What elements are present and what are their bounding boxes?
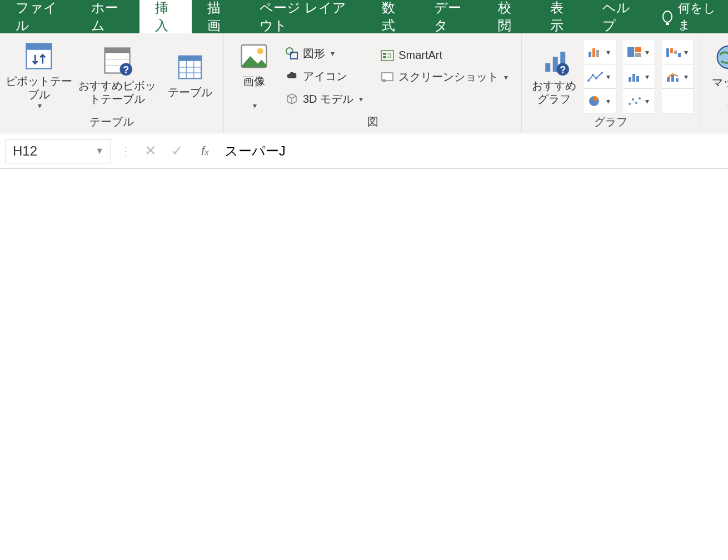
separator: ⋮ [117, 144, 134, 158]
svg-rect-34 [666, 48, 669, 57]
table-button[interactable]: テーブル [162, 50, 218, 99]
svg-rect-1 [27, 43, 52, 49]
svg-rect-18 [381, 51, 393, 61]
group-illustrations-label: 図 [224, 112, 521, 133]
tab-file[interactable]: ファイル [0, 0, 76, 33]
formula-bar: H12 ▼ ⋮ ✕ ✓ fx [0, 133, 728, 169]
svg-rect-29 [592, 48, 595, 57]
svg-rect-28 [589, 52, 591, 57]
pictures-icon [239, 41, 269, 71]
svg-point-41 [601, 72, 603, 74]
3d-models-button[interactable]: 3D モデル ▾ [282, 91, 366, 108]
icons-label: アイコン [303, 69, 347, 84]
recommended-charts-icon: ? [539, 46, 569, 76]
svg-point-51 [635, 102, 637, 104]
svg-rect-3 [105, 48, 130, 53]
group-tables-label: テーブル [0, 112, 223, 133]
svg-text:?: ? [123, 64, 129, 76]
svg-rect-44 [636, 76, 639, 82]
bulb-icon [662, 11, 672, 23]
pictures-label: 画像 [243, 74, 265, 88]
svg-rect-47 [676, 78, 679, 82]
tab-home[interactable]: ホーム [76, 0, 139, 33]
pivot-label: ピボットテーブル [6, 74, 72, 101]
group-tables: ピボットテーブル ▾ ? おすすめピボットテーブル テーブル テーブル [0, 33, 224, 133]
tell-me-label: 何をしま [678, 0, 717, 33]
svg-text:?: ? [560, 64, 566, 76]
group-charts-label: グラフ [522, 112, 700, 133]
chart-line-button[interactable]: ▾ [584, 64, 616, 89]
name-box[interactable]: H12 ▼ [6, 139, 111, 163]
map-button[interactable]: マップ▾ [706, 40, 728, 112]
pictures-button[interactable]: 画像▾ [230, 39, 278, 111]
svg-rect-32 [635, 47, 641, 52]
pivot-table-button[interactable]: ピボットテーブル ▾ [6, 39, 72, 111]
svg-point-50 [632, 98, 634, 101]
chart-column-button[interactable]: ▾ [584, 40, 616, 64]
chart-type-grid: ▾ ▾ ▾ ▾ ▾ ▾ ▾ ▾ [584, 40, 694, 109]
smartart-label: SmartArt [398, 49, 442, 62]
svg-rect-23 [545, 63, 550, 72]
table-icon [175, 52, 205, 82]
screenshot-button[interactable]: スクリーンショット ▾ [377, 68, 511, 86]
icons-button[interactable]: アイコン [282, 68, 366, 85]
ribbon-tabs: ファイル ホーム 挿入 描画 ページ レイアウト 数式 データ 校閲 表示 ヘル… [0, 0, 728, 33]
formula-input[interactable] [217, 139, 728, 163]
shapes-icon [285, 47, 298, 60]
enter-formula-button[interactable]: ✓ [171, 142, 183, 159]
svg-rect-46 [671, 75, 674, 82]
shapes-button[interactable]: 図形 ▾ [282, 45, 366, 62]
3d-label: 3D モデル [303, 92, 353, 107]
tell-me[interactable]: 何をしま [651, 0, 728, 33]
svg-rect-35 [670, 48, 673, 53]
svg-point-16 [286, 48, 293, 54]
tab-pagelayout[interactable]: ページ レイアウト [244, 0, 366, 33]
group-illustrations: 画像▾ 図形 ▾ アイコン 3D モデル ▾ Sm [224, 33, 522, 133]
smartart-icon [381, 50, 394, 61]
chart-scatter-button[interactable]: ▾ [623, 89, 655, 113]
pivot-table-icon [24, 41, 54, 71]
chevron-down-icon: ▾ [331, 49, 335, 58]
smartart-button[interactable]: SmartArt [377, 48, 511, 63]
chart-waterfall-button[interactable]: ▾ [662, 40, 694, 64]
icons-icon [285, 69, 298, 83]
svg-rect-36 [674, 51, 677, 54]
shapes-label: 図形 [303, 46, 325, 61]
fx-icon[interactable]: fx [193, 144, 217, 158]
chart-statistical-button[interactable]: ▾ [623, 64, 655, 89]
group-maps: マップ▾ [700, 33, 728, 133]
recommended-charts-button[interactable]: ? おすすめグラフ [527, 43, 581, 106]
group-charts: ? おすすめグラフ ▾ ▾ ▾ ▾ ▾ ▾ ▾ ▾ グラフ [522, 33, 700, 133]
svg-point-40 [595, 77, 597, 79]
rec-pivot-label: おすすめピボットテーブル [76, 79, 159, 106]
chart-hierarchy-button[interactable]: ▾ [623, 40, 655, 64]
recommended-pivot-button[interactable]: ? おすすめピボットテーブル [76, 43, 159, 106]
svg-point-15 [257, 48, 263, 54]
chevron-down-icon: ▾ [253, 101, 257, 111]
table-label: テーブル [168, 86, 212, 99]
svg-point-52 [639, 97, 641, 99]
chart-combo-button[interactable]: ▾ [662, 64, 694, 89]
rec-charts-label: おすすめグラフ [527, 79, 581, 106]
chevron-down-icon: ▾ [38, 101, 42, 111]
name-box-dropdown-icon[interactable]: ▼ [95, 146, 104, 156]
cancel-formula-button[interactable]: ✕ [144, 142, 157, 159]
svg-rect-20 [383, 56, 386, 58]
svg-rect-37 [678, 53, 681, 57]
tab-help[interactable]: ヘルプ [587, 0, 651, 33]
globe-icon [714, 42, 728, 72]
tab-review[interactable]: 校閲 [482, 0, 535, 33]
svg-rect-33 [635, 53, 641, 57]
tab-insert[interactable]: 挿入 [139, 0, 192, 33]
svg-rect-30 [596, 50, 599, 57]
tab-view[interactable]: 表示 [535, 0, 587, 33]
ribbon-body: ピボットテーブル ▾ ? おすすめピボットテーブル テーブル テーブル [0, 33, 728, 133]
tab-draw[interactable]: 描画 [192, 0, 244, 33]
tab-formulas[interactable]: 数式 [366, 0, 418, 33]
tab-data[interactable]: データ [418, 0, 482, 33]
svg-rect-42 [629, 77, 631, 82]
recommended-pivot-icon: ? [102, 46, 132, 76]
chart-pie-button[interactable]: ▾ [584, 89, 616, 113]
name-box-value: H12 [13, 143, 37, 159]
chevron-down-icon: ▾ [504, 73, 508, 82]
